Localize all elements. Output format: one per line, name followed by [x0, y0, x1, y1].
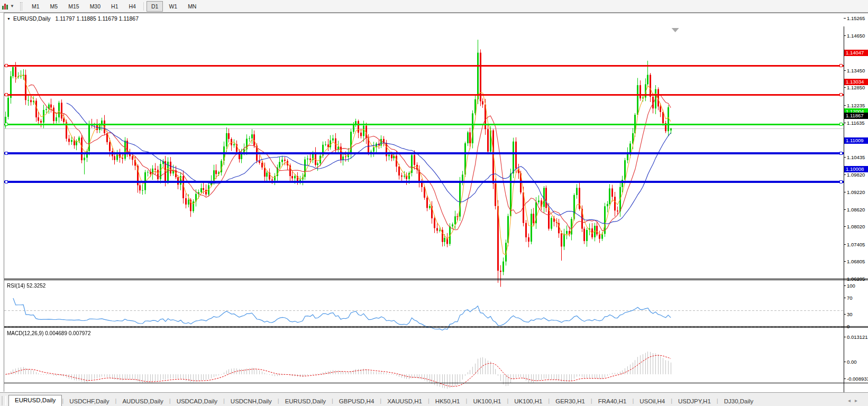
chart-tab-eurusd-daily-5[interactable]: EURUSD,Daily — [279, 396, 332, 406]
price-axis-label: 1.06805 — [847, 259, 865, 264]
chart-tab-xauusd-h1-7[interactable]: XAUUSD,H1 — [381, 396, 428, 406]
chart-tab-ger30-h1-11[interactable]: GER30,H1 — [550, 396, 591, 406]
hline-price-chip: 1.14047 — [844, 50, 868, 56]
price-axis-label: 1.15265 — [847, 15, 865, 21]
price-chart-canvas[interactable] — [4, 26, 844, 292]
tab-scroll-right-icon[interactable]: ▸ — [855, 398, 862, 403]
chart-title-quotes: 1.11797 1.11885 1.11679 1.11867 — [56, 15, 139, 22]
current-price-chip: 1.11867 — [844, 113, 868, 119]
macd-canvas[interactable] — [4, 342, 844, 396]
macd-axis-label: -0.008933 — [847, 376, 868, 382]
price-tick-mark — [844, 18, 846, 19]
rsi-pane-bottom-border — [4, 326, 868, 327]
tabs-holder: EURUSD,Daily|USDCHF,Daily|AUDUSD,Daily|U… — [8, 395, 759, 406]
timeframe-toolbar: ▼ M1M5M15M30H1H4D1W1MN — [0, 0, 868, 13]
rsi-axis-label: 30 — [847, 311, 853, 317]
toolbar-grip[interactable] — [20, 2, 22, 11]
candlestick-icon — [2, 3, 8, 10]
timeframe-button-m1[interactable]: M1 — [27, 1, 44, 12]
chart-window: ▼EURUSD,Daily1.11797 1.11885 1.11679 1.1… — [0, 13, 868, 392]
macd-label: MACD(12,26,9) 0.004689 0.007972 — [7, 330, 90, 336]
rsi-pane-top-border — [4, 280, 868, 280]
macd-axis-label: 0.00 — [847, 359, 857, 365]
hline-price-chip: 1.13034 — [844, 79, 868, 85]
price-axis-label: 1.09820 — [847, 172, 865, 178]
macd-pane-bottom-border — [4, 383, 868, 383]
chevron-down-icon: ▼ — [10, 4, 14, 8]
rsi-canvas[interactable] — [4, 294, 844, 340]
price-axis-label: 1.08020 — [847, 224, 865, 229]
timeframe-button-m15[interactable]: M15 — [63, 1, 84, 12]
macd-pane-top-border — [4, 327, 868, 328]
chart-tab-usdchf-daily-1[interactable]: USDCHF,Daily — [63, 396, 115, 406]
chart-tab-fra40-h1-12[interactable]: FRA40,H1 — [592, 396, 633, 406]
price-axis-label: 1.13450 — [847, 68, 865, 73]
chart-periods-icon[interactable]: ▼ — [2, 2, 18, 11]
hline-price-chip: 1.10008 — [844, 166, 868, 172]
timeframe-button-m5[interactable]: M5 — [45, 1, 63, 12]
timeframe-button-mn[interactable]: MN — [183, 1, 201, 12]
chart-title-symbol: EURUSD,Daily — [13, 15, 51, 22]
price-axis-label: 1.12235 — [847, 103, 865, 108]
rsi-axis-label: 100 — [847, 283, 855, 289]
price-axis-label: 1.07405 — [847, 242, 865, 247]
chart-tab-audusd-daily-2[interactable]: AUDUSD,Daily — [116, 396, 169, 406]
chart-tab-gbpusd-h4-6[interactable]: GBPUSD,H4 — [333, 396, 380, 406]
timeframe-button-m30[interactable]: M30 — [85, 1, 105, 12]
timeframe-button-h1[interactable]: H1 — [106, 1, 123, 12]
chart-tab-hk50-h1-8[interactable]: HK50,H1 — [430, 396, 466, 406]
rsi-axis-label: 70 — [847, 295, 853, 301]
terminal-root: ▼ M1M5M15M30H1H4D1W1MN ▼EURUSD,Daily1.11… — [0, 0, 868, 406]
timeframe-button-w1[interactable]: W1 — [164, 1, 182, 12]
dropdown-triangle-icon[interactable]: ▼ — [7, 17, 11, 21]
chart-tab-eurusd-daily[interactable]: EURUSD,Daily — [8, 395, 62, 406]
timeframe-separator — [143, 2, 144, 11]
price-axis-label: 1.12850 — [847, 85, 865, 90]
timeframe-button-d1[interactable]: D1 — [147, 1, 163, 12]
price-axis-label: 1.09220 — [847, 189, 865, 195]
tab-scroll-left-icon[interactable]: ◂ — [848, 398, 855, 403]
rsi-label: RSI(14) 52.3252 — [7, 283, 45, 289]
price-axis-label: 1.14650 — [847, 33, 865, 39]
chart-tab-uk100-h1-9[interactable]: UK100,H1 — [467, 396, 507, 406]
price-axis-label: 1.11635 — [847, 120, 865, 126]
chart-tab-usdjpy-h1-14[interactable]: USDJPY,H1 — [672, 396, 717, 406]
timeframe-button-h4[interactable]: H4 — [124, 1, 141, 12]
macd-axis-label: 0.013121 — [847, 334, 868, 340]
price-axis-line — [844, 26, 844, 396]
timeframe-group: M1M5M15M30H1H4D1W1MN — [26, 1, 202, 12]
chart-tab-dj30-daily-15[interactable]: DJ30,Daily — [718, 396, 760, 406]
tab-scroll-arrows: ◂▸ — [848, 398, 862, 403]
main-pane-bottom-border — [4, 279, 868, 279]
chart-tab-usoil-h4-13[interactable]: USOil,H4 — [634, 396, 671, 406]
chart-title: ▼EURUSD,Daily1.11797 1.11885 1.11679 1.1… — [7, 15, 139, 22]
chart-tab-usdcad-daily-3[interactable]: USDCAD,Daily — [171, 396, 223, 406]
chart-tab-bar: EURUSD,Daily|USDCHF,Daily|AUDUSD,Daily|U… — [0, 392, 868, 406]
chart-tab-uk100-h1-10[interactable]: UK100,H1 — [508, 396, 548, 406]
price-axis-label: 1.10435 — [847, 154, 865, 160]
hline-price-chip: 1.11009 — [844, 137, 868, 144]
chart-tab-usdcnh-daily-4[interactable]: USDCNH,Daily — [225, 396, 278, 406]
tabbar-grip[interactable] — [2, 396, 6, 405]
price-axis-label: 1.08620 — [847, 207, 865, 213]
